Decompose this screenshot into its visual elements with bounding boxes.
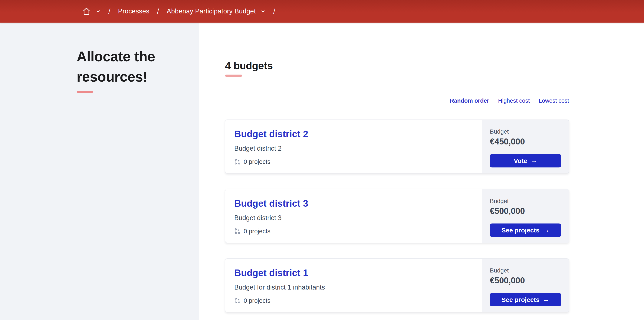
- budget-card: Budget district 3 Budget district 3 0 pr…: [225, 189, 569, 243]
- budget-amount: €500,000: [490, 276, 561, 285]
- budget-title-link[interactable]: Budget district 2: [234, 129, 308, 139]
- breadcrumb-separator: /: [273, 7, 275, 15]
- budget-card-body: Budget district 1 Budget for district 1 …: [225, 259, 482, 312]
- page-title: Allocate the resources!: [77, 47, 176, 87]
- budget-title-link[interactable]: Budget district 3: [234, 198, 308, 209]
- home-icon: [82, 7, 91, 16]
- budget-card-body: Budget district 3 Budget district 3 0 pr…: [225, 189, 482, 243]
- budget-amount: €450,000: [490, 137, 561, 146]
- budget-description: Budget district 2: [234, 145, 474, 152]
- chevron-down-icon[interactable]: [96, 9, 101, 14]
- projects-icon: [234, 228, 241, 234]
- budget-description: Budget district 3: [234, 214, 474, 222]
- breadcrumb-separator: /: [157, 7, 159, 15]
- breadcrumb-separator: /: [108, 7, 110, 15]
- budget-card: Budget district 1 Budget for district 1 …: [225, 258, 569, 312]
- budget-title-link[interactable]: Budget district 1: [234, 268, 308, 278]
- breadcrumb: / Processes / Abbenay Participatory Budg…: [82, 7, 283, 16]
- see-projects-button[interactable]: See projects →: [490, 293, 561, 306]
- process-sidebar: Allocate the resources!: [0, 23, 199, 320]
- button-label: See projects: [502, 227, 540, 234]
- budget-amount: €500,000: [490, 206, 561, 216]
- sort-options: Random order Highest cost Lowest cost: [225, 98, 569, 104]
- projects-count: 0 projects: [244, 297, 270, 304]
- chevron-down-icon[interactable]: [260, 9, 266, 14]
- sort-highest-cost-link[interactable]: Highest cost: [498, 98, 530, 104]
- top-navigation-bar: / Processes / Abbenay Participatory Budg…: [0, 0, 644, 23]
- home-link[interactable]: [82, 7, 101, 16]
- projects-count: 0 projects: [244, 228, 270, 235]
- button-label: See projects: [502, 296, 540, 303]
- budget-card-list: Budget district 2 Budget district 2 0 pr…: [225, 120, 569, 312]
- budgets-count-heading: 4 budgets: [225, 60, 569, 72]
- sort-random-order-link[interactable]: Random order: [450, 98, 489, 104]
- budget-description: Budget for district 1 inhabitants: [234, 283, 474, 291]
- projects-count: 0 projects: [244, 158, 270, 165]
- budget-amount-panel: Budget €500,000 See projects →: [482, 189, 569, 243]
- breadcrumb-item-processes[interactable]: Processes: [118, 8, 149, 15]
- heading-accent-rule: [225, 75, 242, 77]
- arrow-right-icon: →: [543, 296, 550, 303]
- budgets-main-content: 4 budgets Random order Highest cost Lowe…: [199, 23, 644, 320]
- budget-card: Budget district 2 Budget district 2 0 pr…: [225, 120, 569, 173]
- title-accent-rule: [77, 91, 93, 93]
- projects-icon: [234, 297, 241, 304]
- budget-amount-panel: Budget €450,000 Vote →: [482, 120, 569, 173]
- budget-amount-panel: Budget €500,000 See projects →: [482, 259, 569, 312]
- budget-projects-meta: 0 projects: [234, 158, 474, 165]
- budget-label: Budget: [490, 267, 561, 274]
- budget-projects-meta: 0 projects: [234, 228, 474, 235]
- projects-icon: [234, 159, 241, 165]
- sort-lowest-cost-link[interactable]: Lowest cost: [538, 98, 569, 104]
- button-label: Vote: [514, 157, 527, 164]
- budget-label: Budget: [490, 128, 561, 135]
- budget-label: Budget: [490, 198, 561, 204]
- budget-card-body: Budget district 2 Budget district 2 0 pr…: [225, 120, 482, 173]
- breadcrumb-item-process-title[interactable]: Abbenay Participatory Budget: [167, 8, 256, 15]
- budget-projects-meta: 0 projects: [234, 297, 474, 304]
- page-body: Allocate the resources! 4 budgets Random…: [0, 23, 644, 320]
- vote-button[interactable]: Vote →: [490, 154, 561, 167]
- arrow-right-icon: →: [543, 227, 550, 233]
- arrow-right-icon: →: [530, 157, 537, 164]
- see-projects-button[interactable]: See projects →: [490, 223, 561, 237]
